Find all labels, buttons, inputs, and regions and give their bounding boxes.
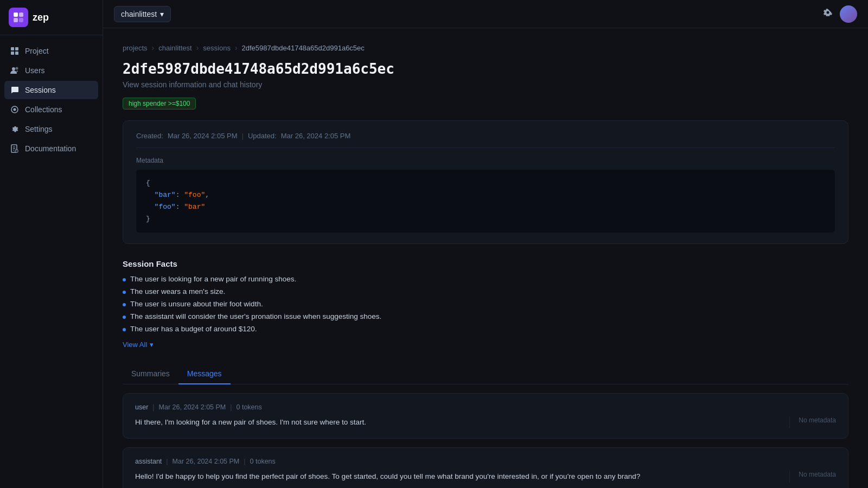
sidebar-item-sessions-label: Sessions: [25, 86, 56, 94]
message-metadata-col: No metadata: [789, 416, 836, 428]
fact-text: The user wears a men's size.: [130, 287, 225, 296]
sidebar-item-collections[interactable]: Collections: [4, 100, 98, 119]
documentation-icon: [10, 144, 20, 153]
info-card-header: Created: Mar 26, 2024 2:05 PM | Updated:…: [136, 132, 835, 148]
sidebar-item-documentation[interactable]: Documentation: [4, 139, 98, 158]
fact-bullet: [123, 303, 126, 306]
fact-text: The user is looking for a new pair of ru…: [130, 275, 296, 283]
fact-text: The assistant will consider the user's p…: [130, 312, 381, 320]
breadcrumb: projects › chainlittest › sessions › 2df…: [123, 43, 848, 52]
page-subtitle: View session information and chat histor…: [123, 80, 848, 89]
svg-point-18: [16, 150, 17, 151]
no-metadata-label: No metadata: [799, 471, 836, 478]
breadcrumb-session-id: 2dfe5987dbde41748a65d2d991a6c5ec: [242, 44, 365, 52]
fact-bullet: [123, 278, 126, 281]
svg-rect-3: [19, 18, 23, 22]
list-item: The assistant will consider the user's p…: [123, 312, 848, 320]
svg-point-8: [12, 67, 15, 70]
page-content: projects › chainlittest › sessions › 2df…: [103, 28, 868, 488]
sidebar-item-settings-label: Settings: [25, 125, 53, 133]
header-separator: |: [242, 132, 244, 140]
svg-rect-7: [15, 52, 18, 55]
project-selector[interactable]: chainlittest ▾: [114, 6, 171, 22]
session-tag: high spender >=$100: [123, 98, 196, 110]
breadcrumb-chainlittest[interactable]: chainlittest: [158, 44, 192, 52]
sidebar-item-project-label: Project: [25, 47, 49, 55]
fact-bullet: [123, 328, 126, 331]
collections-icon: [10, 105, 20, 114]
facts-list: The user is looking for a new pair of ru…: [123, 275, 848, 333]
breadcrumb-sep-3: ›: [235, 43, 238, 52]
sidebar-item-sessions[interactable]: Sessions: [4, 81, 98, 99]
breadcrumb-sessions[interactable]: sessions: [203, 44, 231, 52]
message-tabs: Summaries Messages: [123, 364, 848, 384]
fact-bullet: [123, 316, 126, 319]
message-card: assistant | Mar 26, 2024 2:05 PM | 0 tok…: [123, 447, 848, 488]
view-all-button[interactable]: View All ▾: [123, 341, 848, 349]
message-date: Mar 26, 2024 2:05 PM: [159, 403, 226, 411]
metadata-code: { "bar": "foo", "foo": "bar" }: [136, 170, 835, 233]
breadcrumb-sep-2: ›: [196, 43, 199, 52]
sidebar-item-documentation-label: Documentation: [25, 144, 76, 153]
logo-icon: [9, 8, 28, 27]
updated-label: Updated:: [248, 132, 277, 140]
message-meta: user | Mar 26, 2024 2:05 PM | 0 tokens: [135, 403, 836, 411]
message-tokens: 0 tokens: [250, 458, 276, 465]
fact-text: The user is unsure about their foot widt…: [130, 300, 263, 308]
svg-rect-0: [14, 12, 18, 17]
messages-container: user | Mar 26, 2024 2:05 PM | 0 tokens H…: [123, 393, 848, 488]
topbar-right: [822, 5, 857, 23]
svg-rect-6: [11, 52, 14, 55]
session-facts-section: Session Facts The user is looking for a …: [123, 259, 848, 349]
session-facts-title: Session Facts: [123, 259, 848, 268]
settings-gear-icon[interactable]: [822, 7, 833, 21]
message-text: Hi there, I'm looking for a new pair of …: [135, 416, 781, 428]
page-title: 2dfe5987dbde41748a65d2d991a6c5ec: [123, 61, 848, 77]
svg-rect-1: [19, 12, 23, 17]
logo-text: zep: [33, 12, 49, 23]
sidebar-item-settings[interactable]: Settings: [4, 120, 98, 138]
message-role: user: [135, 403, 148, 411]
tab-messages[interactable]: Messages: [178, 364, 231, 384]
svg-rect-4: [11, 47, 14, 50]
breadcrumb-sep-1: ›: [152, 43, 155, 52]
no-metadata-label: No metadata: [799, 416, 836, 424]
message-metadata-col: No metadata: [789, 471, 836, 483]
list-item: The user is unsure about their foot widt…: [123, 300, 848, 308]
message-meta: assistant | Mar 26, 2024 2:05 PM | 0 tok…: [135, 458, 836, 465]
user-avatar[interactable]: [840, 5, 857, 23]
sidebar-item-project[interactable]: Project: [4, 42, 98, 60]
users-icon: [10, 66, 20, 75]
chevron-down-icon: ▾: [150, 341, 154, 349]
sidebar-item-collections-label: Collections: [25, 105, 62, 114]
tab-summaries[interactable]: Summaries: [123, 364, 178, 384]
settings-icon: [10, 124, 20, 134]
svg-point-9: [16, 67, 18, 70]
updated-value: Mar 26, 2024 2:05 PM: [281, 132, 351, 140]
list-item: The user is looking for a new pair of ru…: [123, 275, 848, 283]
sidebar: zep Project Use: [0, 0, 103, 488]
sidebar-item-users-label: Users: [25, 66, 45, 75]
svg-rect-5: [15, 47, 18, 50]
fact-text: The user has a budget of around $120.: [130, 325, 257, 333]
main-area: chainlittest ▾ projects › chainlittest ›…: [103, 0, 868, 488]
message-date: Mar 26, 2024 2:05 PM: [173, 458, 240, 465]
breadcrumb-projects[interactable]: projects: [123, 44, 148, 52]
sidebar-nav: Project Users Sessions: [0, 35, 103, 164]
metadata-label: Metadata: [136, 157, 835, 164]
sessions-icon: [10, 85, 20, 95]
logo-area: zep: [0, 0, 103, 35]
created-label: Created:: [136, 132, 163, 140]
project-icon: [10, 46, 20, 56]
message-card: user | Mar 26, 2024 2:05 PM | 0 tokens H…: [123, 393, 848, 439]
list-item: The user wears a men's size.: [123, 287, 848, 296]
message-body: Hello! I'd be happy to help you find the…: [135, 471, 836, 483]
sidebar-item-users[interactable]: Users: [4, 61, 98, 80]
message-body: Hi there, I'm looking for a new pair of …: [135, 416, 836, 428]
info-card: Created: Mar 26, 2024 2:05 PM | Updated:…: [123, 120, 848, 244]
list-item: The user has a budget of around $120.: [123, 325, 848, 333]
project-name: chainlittest: [121, 10, 157, 18]
view-all-label: View All: [123, 341, 147, 349]
topbar: chainlittest ▾: [103, 0, 868, 28]
message-text: Hello! I'd be happy to help you find the…: [135, 471, 781, 483]
